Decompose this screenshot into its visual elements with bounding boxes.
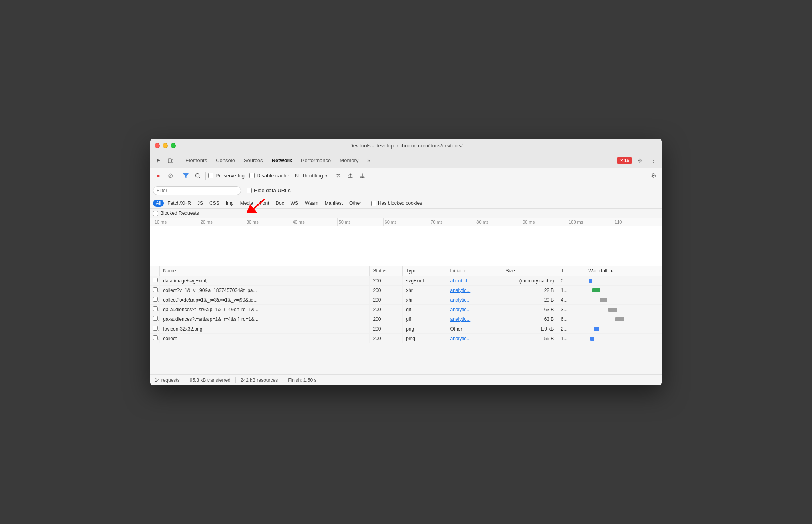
maximize-button[interactable] (171, 143, 176, 148)
row-type: gif (403, 314, 447, 324)
waterfall-bar (615, 317, 624, 321)
filter-input[interactable] (153, 186, 241, 195)
network-toolbar: ● ⊘ Preserve log Disable cache No thrott… (150, 168, 662, 183)
tab-performance[interactable]: Performance (297, 156, 335, 165)
th-name[interactable]: Name (160, 266, 370, 276)
row-checkbox[interactable] (153, 335, 158, 340)
blocked-requests-label[interactable]: Blocked Requests (153, 210, 199, 216)
table-row[interactable]: data:image/svg+xml;... 200 svg+xml about… (150, 276, 662, 286)
network-table-container[interactable]: Name Status Type Initiator Size T... Wat… (150, 266, 662, 374)
th-type[interactable]: Type (403, 266, 447, 276)
search-icon[interactable] (193, 171, 203, 181)
settings-gear-icon[interactable]: ⚙ (649, 171, 659, 181)
filter-btn-js[interactable]: JS (195, 200, 206, 207)
tab-console[interactable]: Console (212, 156, 239, 165)
record-button[interactable]: ● (153, 171, 163, 181)
filter-btn-wasm[interactable]: Wasm (302, 200, 321, 207)
disable-cache-checkbox[interactable] (249, 173, 255, 178)
row-name[interactable]: ga-audiences?t=sr&aip=1&_r=4&slf_rd=1&..… (160, 305, 370, 314)
initiator-link[interactable]: analytic... (450, 336, 471, 341)
tab-network[interactable]: Network (268, 156, 296, 165)
table-row[interactable]: favicon-32x32.png 200 png Other 1.9 kB 2… (150, 324, 662, 334)
filter-btn-media[interactable]: Media (237, 200, 256, 207)
table-row[interactable]: collect 200 ping analytic... 55 B 1... (150, 334, 662, 343)
disable-cache-label[interactable]: Disable cache (249, 173, 289, 179)
row-name[interactable]: favicon-32x32.png (160, 324, 370, 334)
filter-types-row: All Fetch/XHR JS CSS Img Media Font Doc … (150, 198, 662, 209)
hide-data-urls-checkbox[interactable] (247, 188, 252, 193)
row-initiator[interactable]: analytic... (447, 314, 502, 324)
filter-btn-doc[interactable]: Doc (273, 200, 287, 207)
row-checkbox[interactable] (153, 287, 158, 292)
filter-btn-img[interactable]: Img (223, 200, 237, 207)
error-badge[interactable]: ✕ 15 (617, 157, 632, 164)
row-type: png (403, 324, 447, 334)
minimize-button[interactable] (163, 143, 168, 148)
close-button[interactable] (155, 143, 160, 148)
row-initiator[interactable]: analytic... (447, 334, 502, 343)
row-name[interactable]: collect?v=1&_v=j90&a=1837457034&t=pa... (160, 286, 370, 295)
throttle-select[interactable]: No throttling ▼ (293, 172, 330, 179)
filter-btn-manifest[interactable]: Manifest (322, 200, 346, 207)
th-size[interactable]: Size (502, 266, 557, 276)
download-icon[interactable] (357, 171, 368, 181)
tick-30ms: 30 ms (245, 218, 291, 226)
table-header-row: Name Status Type Initiator Size T... Wat… (150, 266, 662, 276)
filter-btn-font[interactable]: Font (257, 200, 272, 207)
row-checkbox[interactable] (153, 316, 158, 321)
table-row[interactable]: ga-audiences?t=sr&aip=1&_r=4&slf_rd=1&..… (150, 314, 662, 324)
settings-icon[interactable]: ⚙ (634, 155, 645, 166)
table-row[interactable]: collect?v=1&_v=j90&a=1837457034&t=pa... … (150, 286, 662, 295)
tab-more[interactable]: » (363, 156, 374, 165)
table-row[interactable]: ga-audiences?t=sr&aip=1&_r=4&slf_rd=1&..… (150, 305, 662, 314)
row-name[interactable]: collect (160, 334, 370, 343)
filter-icon[interactable] (181, 171, 191, 181)
row-name[interactable]: collect?t=dc&aip=1&_r=3&v=1&_v=j90&tid..… (160, 295, 370, 305)
row-initiator[interactable]: about:cl... (447, 276, 502, 286)
row-initiator[interactable]: analytic... (447, 295, 502, 305)
upload-icon[interactable] (345, 171, 356, 181)
filter-btn-all[interactable]: All (153, 200, 164, 207)
device-icon[interactable] (165, 155, 176, 166)
table-row[interactable]: collect?t=dc&aip=1&_r=3&v=1&_v=j90&tid..… (150, 295, 662, 305)
row-checkbox[interactable] (153, 326, 158, 331)
clear-button[interactable]: ⊘ (165, 171, 175, 181)
th-waterfall[interactable]: Waterfall ▲ (585, 266, 662, 276)
initiator-link[interactable]: analytic... (450, 316, 471, 322)
has-blocked-cookies-label[interactable]: Has blocked cookies (371, 200, 422, 206)
error-x-icon: ✕ (620, 158, 623, 163)
filter-btn-other[interactable]: Other (346, 200, 364, 207)
row-name[interactable]: ga-audiences?t=sr&aip=1&_r=4&slf_rd=1&..… (160, 314, 370, 324)
tick-20ms: 20 ms (199, 218, 245, 226)
initiator-link[interactable]: analytic... (450, 297, 471, 303)
initiator-link[interactable]: analytic... (450, 288, 471, 293)
wifi-icon[interactable] (333, 171, 344, 181)
cursor-icon[interactable] (153, 155, 164, 166)
th-status[interactable]: Status (370, 266, 403, 276)
row-checkbox[interactable] (153, 297, 158, 302)
initiator-link[interactable]: analytic... (450, 307, 471, 312)
tab-memory[interactable]: Memory (336, 156, 362, 165)
hide-data-urls-label[interactable]: Hide data URLs (247, 187, 291, 193)
row-initiator[interactable]: analytic... (447, 305, 502, 314)
th-time[interactable]: T... (557, 266, 585, 276)
filter-btn-fetch-xhr[interactable]: Fetch/XHR (165, 200, 194, 207)
preserve-log-checkbox[interactable] (208, 173, 213, 178)
initiator-link[interactable]: about:cl... (450, 278, 471, 284)
row-status: 200 (370, 286, 403, 295)
blocked-requests-checkbox[interactable] (153, 211, 158, 216)
has-blocked-cookies-checkbox[interactable] (371, 201, 376, 206)
filter-btn-ws[interactable]: WS (288, 200, 301, 207)
row-checkbox[interactable] (153, 306, 158, 311)
filter-btn-css[interactable]: CSS (207, 200, 222, 207)
preserve-log-label[interactable]: Preserve log (208, 173, 245, 179)
svg-line-3 (199, 177, 201, 178)
tab-sources[interactable]: Sources (240, 156, 267, 165)
more-options-icon[interactable]: ⋮ (648, 155, 659, 166)
th-initiator[interactable]: Initiator (447, 266, 502, 276)
blocked-requests-row: Blocked Requests (150, 209, 662, 218)
row-name[interactable]: data:image/svg+xml;... (160, 276, 370, 286)
row-initiator[interactable]: analytic... (447, 286, 502, 295)
tab-elements[interactable]: Elements (181, 156, 211, 165)
row-checkbox[interactable] (153, 278, 158, 282)
